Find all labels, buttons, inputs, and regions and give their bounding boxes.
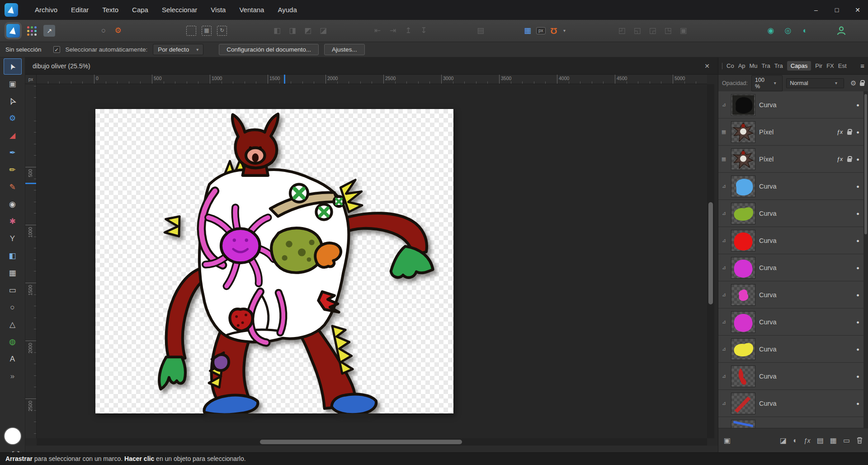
transform-5-icon[interactable]: ▣ xyxy=(679,26,689,36)
rectangle-tool[interactable]: ▭ xyxy=(4,282,22,298)
layer-row[interactable]: ▦Píxelƒx● xyxy=(718,146,864,173)
align-right-icon[interactable]: ◨ xyxy=(288,26,297,36)
layers-scrollbar[interactable] xyxy=(863,91,868,428)
reference-point-icon[interactable]: ○ xyxy=(99,26,108,36)
layer-row[interactable]: ▦Píxelƒx● xyxy=(718,119,864,146)
vertical-scrollbar[interactable] xyxy=(707,84,714,438)
layer-row[interactable]: ⊿Curva● xyxy=(718,308,864,336)
menu-capa[interactable]: Capa xyxy=(125,0,155,20)
layer-thumbnail[interactable] xyxy=(731,284,755,306)
layer-visibility-dot[interactable]: ● xyxy=(856,211,859,216)
layer-row[interactable]: ⊿Curva● xyxy=(718,363,864,390)
layer-thumbnail[interactable] xyxy=(731,393,755,414)
layer-visibility-dot[interactable]: ● xyxy=(856,292,859,298)
insert-target-icon[interactable]: ▤ xyxy=(476,26,486,36)
layer-visibility-dot[interactable]: ● xyxy=(856,374,859,379)
point-transform-tool[interactable]: ⚙ xyxy=(4,110,22,126)
close-button[interactable]: ✕ xyxy=(847,0,868,20)
horizontal-scrollbar[interactable] xyxy=(37,438,707,446)
triangle-tool[interactable]: △ xyxy=(4,316,22,332)
adjustment-layer-icon[interactable]: ◐ xyxy=(793,437,797,445)
account-person-icon[interactable] xyxy=(835,25,847,37)
preview-mode-icon[interactable]: ◉ xyxy=(766,26,776,36)
transform-3-icon[interactable]: ◲ xyxy=(648,26,658,36)
move-to-back-icon[interactable]: ⇤ xyxy=(373,26,382,36)
preferences-gear-icon[interactable]: ⚙ xyxy=(113,26,123,36)
layer-lock-icon[interactable] xyxy=(847,158,852,162)
crop-tool[interactable]: ▦ xyxy=(4,265,22,281)
pixel-brush-tool[interactable]: ✱ xyxy=(4,213,22,229)
menu-vista[interactable]: Vista xyxy=(204,0,232,20)
new-layer-icon[interactable]: ▭ xyxy=(843,436,850,445)
panel-menu-icon[interactable]: ≡ xyxy=(860,62,864,70)
ellipse-tool[interactable]: ○ xyxy=(4,299,22,315)
panel-tab-tra-3[interactable]: Tra xyxy=(762,62,770,69)
edit-all-layers-icon[interactable]: ▣ xyxy=(724,436,731,445)
layer-fx-badge[interactable]: ƒx xyxy=(837,156,843,162)
gear-icon[interactable]: ⚙ xyxy=(850,79,856,87)
layer-thumbnail[interactable] xyxy=(731,311,755,333)
layer-visibility-dot[interactable]: ● xyxy=(856,319,859,325)
panel-tab-mu-2[interactable]: Mu xyxy=(750,62,758,69)
layer-row[interactable]: ⊿Curva● xyxy=(718,173,864,200)
layers-scroll-thumb[interactable] xyxy=(864,94,867,234)
layer-thumbnail[interactable] xyxy=(731,121,755,143)
horizontal-ruler[interactable]: 0500100015002000250030003500400045005000 xyxy=(37,75,707,84)
grid-toggle-icon[interactable]: ▦ xyxy=(523,26,533,36)
transparency-tool[interactable]: Y xyxy=(4,230,22,247)
auto-select-checkbox[interactable]: ✓ xyxy=(53,46,60,53)
canvas[interactable] xyxy=(37,84,707,438)
transform-1-icon[interactable]: ◰ xyxy=(617,26,627,36)
live-filter-icon[interactable]: ▤ xyxy=(817,436,824,445)
layer-row[interactable]: ⊿Curva● xyxy=(718,417,864,428)
layer-thumbnail[interactable] xyxy=(731,94,755,116)
move-up-icon[interactable]: ↥ xyxy=(403,26,413,36)
opacity-dropdown[interactable]: 100 % ▾ xyxy=(751,75,783,91)
marquee-option-1-icon[interactable] xyxy=(186,26,196,36)
align-left-icon[interactable]: ◧ xyxy=(272,26,282,36)
shape-tool[interactable]: ◍ xyxy=(4,333,22,350)
menu-texto[interactable]: Texto xyxy=(95,0,125,20)
brush-tool[interactable]: ✎ xyxy=(4,179,22,195)
layer-visibility-dot[interactable]: ● xyxy=(856,129,859,135)
document-tab[interactable]: dibujo oliver (25.5%) xyxy=(25,62,90,70)
layer-visibility-dot[interactable]: ● xyxy=(856,157,859,162)
panel-tab-fx-7[interactable]: FX xyxy=(826,62,834,69)
layer-visibility-dot[interactable]: ● xyxy=(856,346,859,352)
layer-lock-icon[interactable] xyxy=(847,131,852,135)
minimize-button[interactable]: – xyxy=(806,0,826,20)
maximize-button[interactable]: □ xyxy=(826,0,847,20)
new-pixel-layer-icon[interactable]: ▦ xyxy=(830,436,837,445)
layer-fx-badge[interactable]: ƒx xyxy=(837,128,843,135)
panel-tab-tra-4[interactable]: Tra xyxy=(774,62,783,69)
artboard[interactable] xyxy=(95,109,453,413)
align-bottom-icon[interactable]: ◪ xyxy=(318,26,328,36)
layer-visibility-dot[interactable]: ● xyxy=(856,265,859,270)
snapping-magnet-icon[interactable]: Ω xyxy=(549,26,558,36)
transform-4-icon[interactable]: ◳ xyxy=(663,26,673,36)
transform-2-icon[interactable]: ◱ xyxy=(632,26,642,36)
blend-mode-dropdown[interactable]: Normal ▾ xyxy=(786,78,844,88)
layer-row[interactable]: ⊿Curva● xyxy=(718,390,864,417)
layer-row[interactable]: ⊿Curva● xyxy=(718,200,864,227)
gradient-tool[interactable]: ◧ xyxy=(4,247,22,264)
layer-visibility-dot[interactable]: ● xyxy=(856,184,859,189)
layer-row[interactable]: ⊿Curva● xyxy=(718,91,864,119)
pixel-alignment-icon[interactable]: px xyxy=(536,27,546,34)
layer-thumbnail[interactable] xyxy=(731,148,755,170)
move-down-icon[interactable]: ↧ xyxy=(419,26,429,36)
corner-tool[interactable]: ◢ xyxy=(4,127,22,143)
pencil-tool[interactable]: ✏ xyxy=(4,161,22,178)
layer-thumbnail[interactable] xyxy=(731,338,755,360)
layer-visibility-dot[interactable]: ● xyxy=(856,102,859,108)
panel-tab-co-0[interactable]: Co xyxy=(726,62,734,69)
artboard-tool[interactable]: ▣ xyxy=(4,76,22,92)
panel-tab-ap-1[interactable]: Ap xyxy=(738,62,745,69)
menu-archivo[interactable]: Archivo xyxy=(28,0,64,20)
panel-tab-est-8[interactable]: Est xyxy=(838,62,847,69)
menu-ventana[interactable]: Ventana xyxy=(232,0,271,20)
rotate-selection-icon[interactable]: ↻ xyxy=(217,26,227,36)
auto-select-dropdown[interactable]: Por defecto ▾ xyxy=(153,44,203,55)
more-tools[interactable]: » xyxy=(4,368,22,384)
layer-effects-icon[interactable]: ƒx xyxy=(804,437,811,444)
